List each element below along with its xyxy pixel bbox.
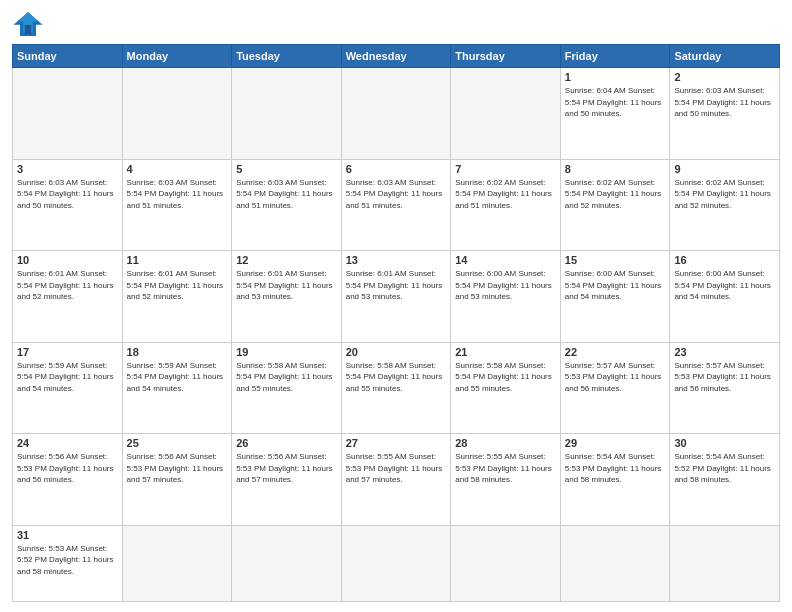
- calendar-col-monday: Monday: [122, 45, 232, 68]
- calendar-cell: 9Sunrise: 6:02 AM Sunset: 5:54 PM Daylig…: [670, 159, 780, 251]
- day-info: Sunrise: 6:00 AM Sunset: 5:54 PM Dayligh…: [455, 268, 556, 303]
- calendar-cell: [13, 68, 123, 160]
- day-number: 9: [674, 163, 775, 175]
- calendar-cell: [341, 68, 451, 160]
- day-info: Sunrise: 5:58 AM Sunset: 5:54 PM Dayligh…: [236, 360, 337, 395]
- day-info: Sunrise: 5:59 AM Sunset: 5:54 PM Dayligh…: [127, 360, 228, 395]
- calendar-cell: 30Sunrise: 5:54 AM Sunset: 5:52 PM Dayli…: [670, 434, 780, 526]
- day-info: Sunrise: 5:55 AM Sunset: 5:53 PM Dayligh…: [455, 451, 556, 486]
- day-info: Sunrise: 5:57 AM Sunset: 5:53 PM Dayligh…: [565, 360, 666, 395]
- day-info: Sunrise: 5:58 AM Sunset: 5:54 PM Dayligh…: [455, 360, 556, 395]
- calendar-cell: 21Sunrise: 5:58 AM Sunset: 5:54 PM Dayli…: [451, 342, 561, 434]
- calendar-cell: [122, 525, 232, 601]
- day-info: Sunrise: 6:03 AM Sunset: 5:54 PM Dayligh…: [236, 177, 337, 212]
- calendar-cell: 19Sunrise: 5:58 AM Sunset: 5:54 PM Dayli…: [232, 342, 342, 434]
- calendar-cell: [560, 525, 670, 601]
- calendar-col-wednesday: Wednesday: [341, 45, 451, 68]
- day-number: 29: [565, 437, 666, 449]
- calendar-week-5: 31Sunrise: 5:53 AM Sunset: 5:52 PM Dayli…: [13, 525, 780, 601]
- calendar-cell: [232, 525, 342, 601]
- day-number: 23: [674, 346, 775, 358]
- day-number: 16: [674, 254, 775, 266]
- day-info: Sunrise: 6:02 AM Sunset: 5:54 PM Dayligh…: [674, 177, 775, 212]
- calendar-cell: 22Sunrise: 5:57 AM Sunset: 5:53 PM Dayli…: [560, 342, 670, 434]
- day-number: 13: [346, 254, 447, 266]
- day-number: 27: [346, 437, 447, 449]
- calendar-cell: 20Sunrise: 5:58 AM Sunset: 5:54 PM Dayli…: [341, 342, 451, 434]
- calendar-cell: 24Sunrise: 5:56 AM Sunset: 5:53 PM Dayli…: [13, 434, 123, 526]
- calendar-week-3: 17Sunrise: 5:59 AM Sunset: 5:54 PM Dayli…: [13, 342, 780, 434]
- calendar-cell: [451, 68, 561, 160]
- day-info: Sunrise: 6:03 AM Sunset: 5:54 PM Dayligh…: [346, 177, 447, 212]
- day-number: 22: [565, 346, 666, 358]
- calendar-cell: [451, 525, 561, 601]
- day-number: 11: [127, 254, 228, 266]
- calendar-cell: 10Sunrise: 6:01 AM Sunset: 5:54 PM Dayli…: [13, 251, 123, 343]
- day-info: Sunrise: 6:02 AM Sunset: 5:54 PM Dayligh…: [455, 177, 556, 212]
- calendar-cell: 16Sunrise: 6:00 AM Sunset: 5:54 PM Dayli…: [670, 251, 780, 343]
- calendar-cell: 4Sunrise: 6:03 AM Sunset: 5:54 PM Daylig…: [122, 159, 232, 251]
- calendar-cell: 15Sunrise: 6:00 AM Sunset: 5:54 PM Dayli…: [560, 251, 670, 343]
- day-number: 26: [236, 437, 337, 449]
- day-number: 12: [236, 254, 337, 266]
- calendar-cell: [341, 525, 451, 601]
- calendar-cell: 27Sunrise: 5:55 AM Sunset: 5:53 PM Dayli…: [341, 434, 451, 526]
- calendar-cell: 14Sunrise: 6:00 AM Sunset: 5:54 PM Dayli…: [451, 251, 561, 343]
- day-info: Sunrise: 6:00 AM Sunset: 5:54 PM Dayligh…: [565, 268, 666, 303]
- day-info: Sunrise: 6:03 AM Sunset: 5:54 PM Dayligh…: [17, 177, 118, 212]
- calendar-cell: 8Sunrise: 6:02 AM Sunset: 5:54 PM Daylig…: [560, 159, 670, 251]
- day-info: Sunrise: 6:03 AM Sunset: 5:54 PM Dayligh…: [674, 85, 775, 120]
- calendar-cell: 23Sunrise: 5:57 AM Sunset: 5:53 PM Dayli…: [670, 342, 780, 434]
- calendar-table: SundayMondayTuesdayWednesdayThursdayFrid…: [12, 44, 780, 602]
- day-number: 25: [127, 437, 228, 449]
- day-info: Sunrise: 6:01 AM Sunset: 5:54 PM Dayligh…: [127, 268, 228, 303]
- day-number: 24: [17, 437, 118, 449]
- calendar-cell: 25Sunrise: 5:56 AM Sunset: 5:53 PM Dayli…: [122, 434, 232, 526]
- calendar-cell: 28Sunrise: 5:55 AM Sunset: 5:53 PM Dayli…: [451, 434, 561, 526]
- day-info: Sunrise: 6:01 AM Sunset: 5:54 PM Dayligh…: [346, 268, 447, 303]
- calendar-cell: 13Sunrise: 6:01 AM Sunset: 5:54 PM Dayli…: [341, 251, 451, 343]
- calendar-cell: 6Sunrise: 6:03 AM Sunset: 5:54 PM Daylig…: [341, 159, 451, 251]
- day-info: Sunrise: 6:04 AM Sunset: 5:54 PM Dayligh…: [565, 85, 666, 120]
- day-number: 17: [17, 346, 118, 358]
- calendar-week-1: 3Sunrise: 6:03 AM Sunset: 5:54 PM Daylig…: [13, 159, 780, 251]
- calendar-col-tuesday: Tuesday: [232, 45, 342, 68]
- header: [12, 10, 780, 38]
- day-number: 7: [455, 163, 556, 175]
- day-info: Sunrise: 5:55 AM Sunset: 5:53 PM Dayligh…: [346, 451, 447, 486]
- day-number: 19: [236, 346, 337, 358]
- day-info: Sunrise: 5:54 AM Sunset: 5:52 PM Dayligh…: [674, 451, 775, 486]
- day-info: Sunrise: 5:57 AM Sunset: 5:53 PM Dayligh…: [674, 360, 775, 395]
- calendar-week-4: 24Sunrise: 5:56 AM Sunset: 5:53 PM Dayli…: [13, 434, 780, 526]
- calendar-cell: [232, 68, 342, 160]
- calendar-week-2: 10Sunrise: 6:01 AM Sunset: 5:54 PM Dayli…: [13, 251, 780, 343]
- calendar-col-friday: Friday: [560, 45, 670, 68]
- calendar-cell: 3Sunrise: 6:03 AM Sunset: 5:54 PM Daylig…: [13, 159, 123, 251]
- calendar-cell: 12Sunrise: 6:01 AM Sunset: 5:54 PM Dayli…: [232, 251, 342, 343]
- day-info: Sunrise: 5:58 AM Sunset: 5:54 PM Dayligh…: [346, 360, 447, 395]
- calendar-header-row: SundayMondayTuesdayWednesdayThursdayFrid…: [13, 45, 780, 68]
- day-number: 5: [236, 163, 337, 175]
- day-number: 3: [17, 163, 118, 175]
- logo-icon: [12, 10, 44, 38]
- day-info: Sunrise: 5:56 AM Sunset: 5:53 PM Dayligh…: [236, 451, 337, 486]
- day-info: Sunrise: 5:56 AM Sunset: 5:53 PM Dayligh…: [127, 451, 228, 486]
- day-number: 2: [674, 71, 775, 83]
- day-number: 6: [346, 163, 447, 175]
- calendar-cell: 26Sunrise: 5:56 AM Sunset: 5:53 PM Dayli…: [232, 434, 342, 526]
- day-info: Sunrise: 6:01 AM Sunset: 5:54 PM Dayligh…: [17, 268, 118, 303]
- day-number: 1: [565, 71, 666, 83]
- calendar-cell: 18Sunrise: 5:59 AM Sunset: 5:54 PM Dayli…: [122, 342, 232, 434]
- calendar-cell: 5Sunrise: 6:03 AM Sunset: 5:54 PM Daylig…: [232, 159, 342, 251]
- day-number: 21: [455, 346, 556, 358]
- calendar-cell: 11Sunrise: 6:01 AM Sunset: 5:54 PM Dayli…: [122, 251, 232, 343]
- logo: [12, 10, 48, 38]
- day-number: 28: [455, 437, 556, 449]
- calendar-cell: [670, 525, 780, 601]
- calendar-cell: 29Sunrise: 5:54 AM Sunset: 5:53 PM Dayli…: [560, 434, 670, 526]
- day-info: Sunrise: 5:56 AM Sunset: 5:53 PM Dayligh…: [17, 451, 118, 486]
- calendar-cell: 2Sunrise: 6:03 AM Sunset: 5:54 PM Daylig…: [670, 68, 780, 160]
- calendar-col-sunday: Sunday: [13, 45, 123, 68]
- day-number: 8: [565, 163, 666, 175]
- day-number: 20: [346, 346, 447, 358]
